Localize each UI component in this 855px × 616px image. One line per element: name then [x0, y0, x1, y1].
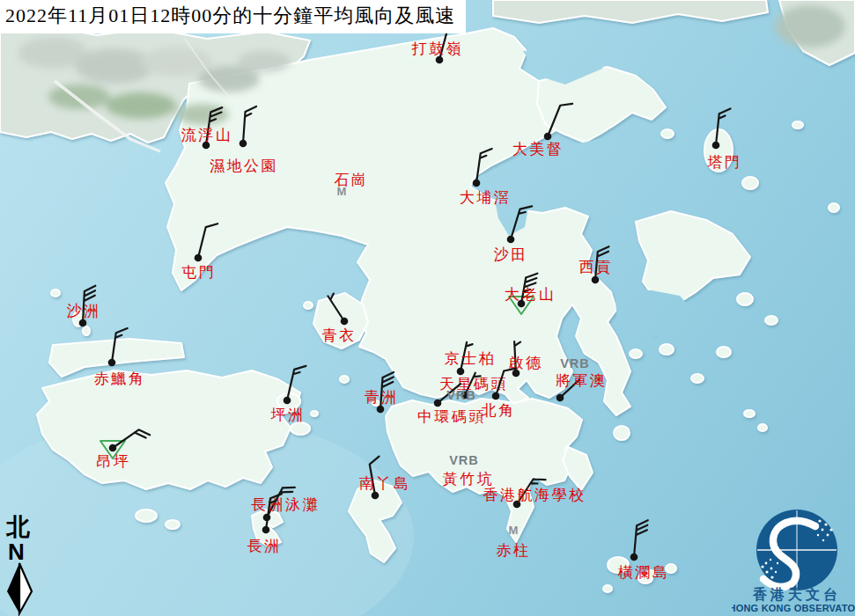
station-label[interactable]: 西貢	[579, 259, 614, 275]
station-label[interactable]: 流浮山	[181, 127, 233, 143]
station-dot	[372, 492, 380, 500]
station-label[interactable]: 將軍澳	[556, 372, 608, 389]
station-label[interactable]: 黃竹坑	[443, 471, 495, 488]
north-compass: 北 N	[2, 509, 41, 616]
hong-kong-map: 打鼓嶺流浮山濕地公園大美督塔門M石崗大埔滘沙田屯門西貢沙洲大老山青衣赤鱲角京士柏…	[0, 0, 855, 616]
station-dot	[262, 526, 270, 534]
station-label[interactable]: 屯門	[182, 264, 217, 281]
station-dot	[109, 444, 117, 452]
station-dot	[108, 359, 116, 367]
station-label[interactable]: 青洲	[365, 389, 399, 406]
station-label[interactable]: 昂坪	[97, 453, 131, 470]
wind-map-canvas: 打鼓嶺流浮山濕地公園大美督塔門M石崗大埔滘沙田屯門西貢沙洲大老山青衣赤鱲角京士柏…	[0, 0, 855, 616]
compass-hanzi-label: 北	[5, 514, 30, 540]
station-dot	[79, 319, 87, 327]
station-label[interactable]: 京士柏	[445, 350, 497, 367]
station-dot	[240, 140, 247, 148]
station-dot	[630, 554, 638, 561]
maintenance-flag: M	[509, 524, 519, 537]
station-label[interactable]: 青衣	[322, 327, 357, 344]
hko-logo: 香港天文台 HONG KONG OBSERVATORY	[732, 509, 855, 616]
hko-logo-en-text: HONG KONG OBSERVATORY	[732, 603, 855, 613]
station-label[interactable]: 大埔滘	[460, 189, 512, 206]
variable-wind-flag: VRB	[560, 356, 590, 370]
station-label[interactable]: 赤鱲角	[94, 370, 146, 387]
station-label[interactable]: 南丫島	[359, 475, 411, 492]
station-label[interactable]: 北角	[482, 402, 516, 419]
station-label[interactable]: 沙洲	[67, 303, 101, 319]
station-label[interactable]: 沙田	[494, 246, 528, 263]
station-dot	[592, 276, 600, 284]
station-label[interactable]: 赤柱	[497, 542, 531, 559]
station-dot	[377, 406, 385, 414]
station-label[interactable]: 塔門	[707, 154, 742, 171]
station-label[interactable]: 大老山	[505, 286, 556, 303]
station-label[interactable]: 長洲泳灘	[251, 496, 320, 513]
station-label[interactable]: 石崗	[335, 172, 369, 188]
station-dot	[434, 400, 442, 407]
compass-n-label: N	[8, 539, 25, 565]
variable-wind-flag: VRB	[449, 453, 479, 467]
station-label[interactable]: 坪洲	[271, 407, 306, 423]
station-label[interactable]: 橫瀾島	[618, 564, 670, 581]
station-dot	[556, 394, 564, 402]
station-dot	[712, 142, 720, 150]
station-dot	[284, 397, 291, 405]
hko-logo-cn-text: 香港天文台	[752, 586, 841, 602]
mainland-top-strip	[493, 0, 768, 23]
station-dot	[195, 254, 203, 262]
station-dot	[507, 236, 515, 244]
map-title: 2022年11月01日12時00分的十分鐘平均風向及風速	[0, 0, 466, 33]
station-label[interactable]: 濕地公園	[210, 158, 278, 174]
station-label[interactable]: 大美督	[512, 141, 564, 158]
station-dot	[341, 318, 349, 326]
station-dot	[492, 392, 500, 400]
station-dot	[473, 180, 481, 187]
station-label[interactable]: 打鼓嶺	[411, 40, 464, 57]
variable-wind-flag: VRB	[446, 388, 476, 402]
hko-logo-icon	[756, 510, 837, 590]
station-label[interactable]: 長洲	[247, 538, 282, 554]
compass-needle-icon	[7, 563, 32, 613]
station-dot	[457, 368, 465, 376]
station-dot	[544, 133, 552, 141]
station-label[interactable]: 中環碼頭	[417, 408, 486, 425]
station-label[interactable]: 香港航海學校	[483, 487, 586, 503]
